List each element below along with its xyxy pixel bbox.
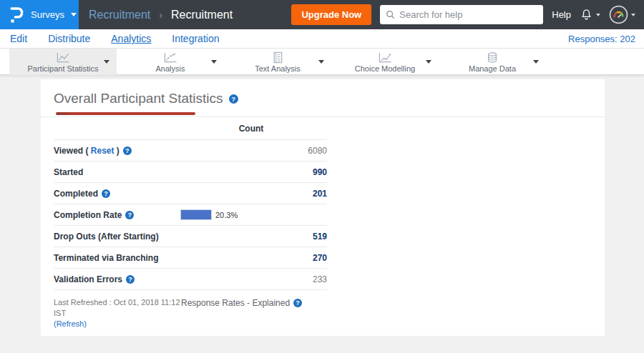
tool-choice-modelling[interactable]: Choice Modelling <box>331 49 439 75</box>
topbar-right: Upgrade Now Help <box>291 4 644 25</box>
panel-header: Overall Participant Statistics ? <box>41 79 605 106</box>
nav-item-integration[interactable]: Integration <box>172 33 219 44</box>
tool-label: Analysis <box>156 64 185 73</box>
table-row-completed: Completed ? 201 <box>54 183 327 204</box>
responses-count[interactable]: Responses: 202 <box>568 34 635 44</box>
reset-link[interactable]: Reset <box>91 146 114 156</box>
trend-chart-icon <box>162 51 178 64</box>
row-value: 519 <box>175 232 327 242</box>
help-icon[interactable]: ? <box>123 146 132 155</box>
row-label: Validation Errors <box>54 274 122 284</box>
table-row-completion-rate: Completion Rate ? 20.3% <box>54 204 327 226</box>
row-label: Completed <box>54 189 98 199</box>
tool-text-analysis[interactable]: Text Analysis <box>224 49 331 75</box>
row-label-suffix: ) <box>114 146 119 156</box>
analytics-toolbar: Participant Statistics Analysis Text An <box>0 49 644 75</box>
database-icon <box>486 51 499 64</box>
count-column-header: Count <box>175 124 327 134</box>
tool-participant-statistics[interactable]: Participant Statistics <box>9 49 117 75</box>
tool-label: Participant Statistics <box>27 64 98 73</box>
chevron-down-icon[interactable] <box>318 60 324 64</box>
upgrade-now-button[interactable]: Upgrade Now <box>291 4 371 25</box>
row-label: Terminated via Branching <box>54 253 158 263</box>
questionpro-logo-icon <box>9 5 24 24</box>
row-label: Started <box>54 167 83 177</box>
bell-icon <box>580 8 593 22</box>
tool-manage-data[interactable]: Manage Data <box>439 49 546 75</box>
statistics-panel: Overall Participant Statistics ? Count V… <box>41 79 605 336</box>
account-menu[interactable] <box>609 5 635 24</box>
help-icon[interactable]: ? <box>293 299 302 307</box>
nav-item-analytics[interactable]: Analytics <box>111 33 151 44</box>
row-value: 201 <box>175 189 327 199</box>
chevron-down-icon[interactable] <box>533 60 539 64</box>
nav-items: Edit Distribute Analytics Integration <box>10 33 219 44</box>
row-value: 270 <box>175 253 327 263</box>
table-row-terminated: Terminated via Branching 270 <box>54 247 327 269</box>
notifications-menu[interactable] <box>580 8 600 22</box>
page-body: Overall Participant Statistics ? Count V… <box>0 75 644 336</box>
chevron-down-icon[interactable] <box>104 60 109 64</box>
table-row-validation-errors: Validation Errors ? 233 <box>54 269 327 290</box>
row-value: 990 <box>175 167 327 177</box>
breadcrumb-parent[interactable]: Recruitment <box>89 9 150 21</box>
breadcrumb: Recruitment › Recruitment <box>89 9 233 21</box>
nav-item-edit[interactable]: Edit <box>10 33 27 44</box>
tool-label: Choice Modelling <box>355 64 415 73</box>
last-refreshed-text: Last Refreshed : Oct 01, 2018 11:12 IST <box>54 298 180 317</box>
response-rates-link[interactable]: Response Rates - Explained <box>181 298 290 308</box>
help-icon[interactable]: ? <box>102 189 110 198</box>
row-value: 6080 <box>175 146 327 156</box>
row-label: Drop Outs (After Starting) <box>54 232 159 242</box>
tool-label: Manage Data <box>469 64 516 73</box>
tool-analysis[interactable]: Analysis <box>117 49 224 75</box>
completion-rate-value: 20.3% <box>215 211 238 219</box>
scatter-chart-icon <box>377 51 393 64</box>
chevron-down-icon <box>71 13 77 16</box>
breadcrumb-separator: › <box>159 9 162 21</box>
document-icon <box>271 51 284 64</box>
chevron-down-icon[interactable] <box>426 60 431 64</box>
help-icon[interactable]: ? <box>125 211 134 219</box>
nav-item-distribute[interactable]: Distribute <box>48 33 90 44</box>
help-icon[interactable]: ? <box>229 94 238 104</box>
search-icon <box>386 10 395 19</box>
page-title: Overall Participant Statistics <box>54 91 223 106</box>
tool-label: Text Analysis <box>255 64 301 73</box>
table-footer: Last Refreshed : Oct 01, 2018 11:12 IST … <box>54 297 605 329</box>
row-label: Completion Rate <box>54 210 122 220</box>
chevron-down-icon <box>631 14 635 16</box>
help-search[interactable] <box>380 5 543 24</box>
top-bar: Surveys Recruitment › Recruitment Upgrad… <box>0 0 644 29</box>
help-link[interactable]: Help <box>552 9 571 20</box>
participant-statistics-table: Count Viewed ( Reset ) ? 6080 Started 99… <box>54 117 327 290</box>
survey-nav: Edit Distribute Analytics Integration Re… <box>0 29 644 49</box>
chevron-down-icon[interactable] <box>211 60 217 64</box>
completion-rate-bar <box>181 210 211 219</box>
red-annotation-underline <box>56 112 195 115</box>
avatar <box>609 5 628 24</box>
row-label: Viewed ( <box>54 146 91 156</box>
breadcrumb-current: Recruitment <box>171 9 233 21</box>
table-row-started: Started 990 <box>54 161 327 183</box>
table-header-row: Count <box>54 117 327 140</box>
table-row-viewed: Viewed ( Reset ) ? 6080 <box>54 140 327 161</box>
help-icon[interactable]: ? <box>126 275 135 284</box>
table-row-drop-outs: Drop Outs (After Starting) 519 <box>54 226 327 247</box>
surveys-menu-label: Surveys <box>31 9 64 20</box>
search-input[interactable] <box>399 9 537 20</box>
refresh-link[interactable]: (Refresh) <box>54 319 87 328</box>
row-value: 233 <box>175 274 327 284</box>
line-chart-icon <box>55 51 71 64</box>
surveys-menu[interactable]: Surveys <box>0 0 79 29</box>
chevron-down-icon <box>596 14 600 16</box>
